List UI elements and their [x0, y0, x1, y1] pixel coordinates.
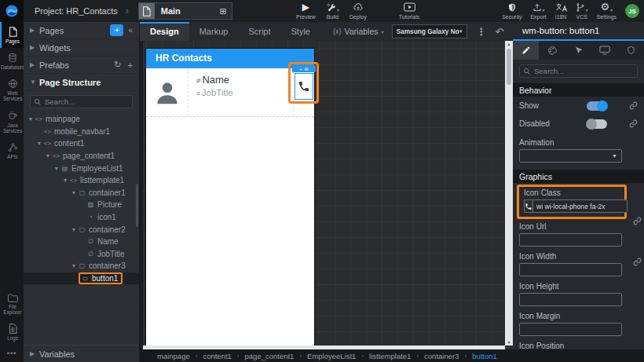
build-button[interactable]: ▾ Build — [326, 2, 339, 20]
breadcrumb-item[interactable]: EmployeeList1 — [307, 352, 356, 360]
rail-item-logs[interactable]: Logs — [0, 319, 24, 345]
tab-styles[interactable] — [539, 41, 565, 60]
tab-properties[interactable] — [513, 41, 539, 60]
section-pages[interactable]: ▶ Pages + « — [24, 22, 139, 39]
user-avatar[interactable]: JS — [625, 4, 639, 18]
undo-icon[interactable]: ↶ — [496, 26, 504, 38]
icon-url-input[interactable] — [519, 233, 622, 247]
tree-node-employeelist1[interactable]: ▼▤EmployeeList1 — [24, 162, 139, 174]
vcs-button[interactable]: ▾ VCS — [576, 2, 588, 20]
breadcrumb-item[interactable]: page_content1 — [245, 352, 295, 360]
canvas-vertical-scrollbar[interactable]: ▲ ▼ — [505, 41, 513, 346]
tab-design[interactable]: Design — [140, 22, 189, 41]
tree-node-button1-selected[interactable]: ▭button1 — [24, 272, 139, 285]
rail-item-java-services[interactable]: Java Services — [0, 105, 24, 137]
tree-node-page-content1[interactable]: ▼<>page_content1 — [24, 150, 139, 163]
properties-search-input[interactable] — [534, 67, 637, 75]
chevron-right-icon[interactable]: › — [126, 5, 129, 16]
breadcrumb-item[interactable]: mainpage — [157, 352, 190, 360]
i18n-button[interactable]: i18N — [555, 2, 567, 20]
tree-node-picture[interactable]: ▨Picture — [24, 199, 139, 211]
add-prefab-button[interactable]: + — [128, 60, 133, 70]
settings-button[interactable]: ⚙▾ Settings — [597, 2, 617, 20]
bind-link-icon[interactable] — [629, 119, 638, 128]
tab-events[interactable] — [565, 41, 591, 60]
preview-button[interactable]: ▶ Preview — [296, 2, 316, 20]
device-selector[interactable]: Samsung Galaxy Note III ▾ — [392, 24, 467, 38]
show-toggle[interactable] — [587, 101, 607, 111]
animation-select[interactable]: ▼ — [519, 149, 622, 163]
breadcrumb-item-current[interactable]: button1 — [472, 352, 497, 360]
tab-script[interactable]: Script — [238, 22, 280, 41]
bind-link-icon[interactable] — [633, 258, 642, 266]
expander-icon[interactable]: ▼ — [44, 153, 52, 159]
tree-scrollbar[interactable] — [136, 184, 138, 227]
app-logo[interactable] — [0, 0, 24, 22]
grid-view-icon[interactable]: ⊞ — [220, 6, 232, 16]
more-options-icon[interactable]: ⋮ — [477, 26, 487, 38]
tutorials-button[interactable]: Tutorials — [399, 2, 420, 20]
rail-item-web-services[interactable]: Web Services — [0, 74, 24, 105]
expander-icon[interactable]: ▼ — [53, 166, 60, 171]
breadcrumb-item[interactable]: container3 — [424, 352, 459, 360]
icon-height-input[interactable] — [519, 293, 622, 306]
picture-container[interactable] — [146, 68, 188, 116]
tab-markup[interactable]: Markup — [189, 22, 239, 41]
tab-style[interactable]: Style — [281, 22, 320, 41]
disabled-toggle[interactable] — [587, 119, 607, 129]
expander-icon[interactable]: ▼ — [70, 263, 78, 269]
refresh-icon[interactable]: ↻ — [114, 60, 121, 70]
widget-selection-toolbar[interactable]: +⊠ — [292, 65, 316, 72]
icon-margin-input[interactable] — [519, 323, 622, 336]
tree-node-name[interactable]: ∅Name — [24, 236, 139, 248]
section-page-structure[interactable]: ▼ Page Structure — [24, 74, 139, 91]
section-widgets[interactable]: ▶ Widgets — [24, 39, 139, 57]
icon-preview-button[interactable] — [524, 199, 532, 213]
expander-icon[interactable]: ▼ — [70, 227, 78, 232]
scroll-down-icon[interactable]: ▼ — [507, 339, 511, 346]
tab-security[interactable] — [618, 41, 644, 60]
name-label[interactable]: Name — [202, 74, 229, 86]
section-variables[interactable]: ▶ Variables — [24, 345, 139, 362]
deploy-button[interactable]: Deploy — [349, 2, 367, 20]
jobtitle-label[interactable]: JobTitle — [202, 88, 233, 97]
tree-node-container1[interactable]: ▼▢container1 — [24, 187, 139, 199]
icon-width-input[interactable] — [519, 263, 622, 276]
remove-icon[interactable]: ⊠ — [305, 66, 309, 71]
bind-link-icon[interactable] — [633, 217, 642, 225]
breadcrumb-item[interactable]: listtemplate1 — [369, 352, 411, 360]
section-prefabs[interactable]: ▶ Prefabs ↻ + — [24, 57, 139, 74]
export-button[interactable]: ▾ Export — [530, 2, 546, 20]
button-container[interactable]: +⊠ — [293, 68, 314, 116]
scrollbar-thumb[interactable] — [507, 49, 511, 85]
tree-node-listtemplate1[interactable]: ▼<>listtemplate1 — [24, 174, 139, 187]
rail-more-button[interactable]: ••• — [0, 345, 24, 362]
variables-dropdown[interactable]: {x} Variables ▾ — [333, 27, 384, 36]
tree-node-mainpage[interactable]: ▼<>mainpage — [24, 113, 139, 126]
add-icon[interactable]: + — [299, 67, 302, 71]
expander-icon[interactable]: ▼ — [61, 177, 69, 183]
collapse-panel-icon[interactable]: « — [128, 26, 133, 35]
expander-icon[interactable]: ▼ — [35, 141, 43, 146]
tree-node-container3[interactable]: ▼▢container3 — [24, 260, 139, 272]
text-container[interactable]: ⌀Name ⌀JobTitle — [188, 68, 293, 116]
add-page-button[interactable]: + — [110, 24, 123, 36]
expander-icon[interactable]: ▼ — [27, 116, 35, 122]
rail-item-apis[interactable]: APIs — [0, 137, 24, 163]
page-tab-main[interactable]: Main ⊞ — [138, 2, 232, 20]
tree-node-jobtitle[interactable]: ∅JobTitle — [24, 248, 139, 261]
bind-link-icon[interactable] — [629, 101, 638, 110]
tab-device[interactable] — [591, 41, 617, 60]
tree-node-icon1[interactable]: ◔icon1 — [24, 211, 139, 224]
rail-item-pages[interactable]: Pages — [0, 22, 24, 48]
icon-class-input[interactable] — [532, 199, 628, 213]
expander-icon[interactable]: ▼ — [70, 190, 78, 196]
design-canvas[interactable]: HR Contacts ⌀Name ⌀JobTitle +⊠ ▲ ▼ — [143, 41, 513, 349]
rail-item-file-explorer[interactable]: File Explorer — [0, 289, 24, 319]
list-item-template[interactable]: ⌀Name ⌀JobTitle +⊠ — [146, 68, 314, 117]
phone-button-widget[interactable] — [295, 73, 313, 100]
structure-search-input[interactable] — [45, 97, 132, 106]
tree-node-content1[interactable]: ▼<>content1 — [24, 137, 139, 150]
security-button[interactable]: Security — [502, 2, 521, 20]
scroll-up-icon[interactable]: ▲ — [507, 41, 511, 47]
